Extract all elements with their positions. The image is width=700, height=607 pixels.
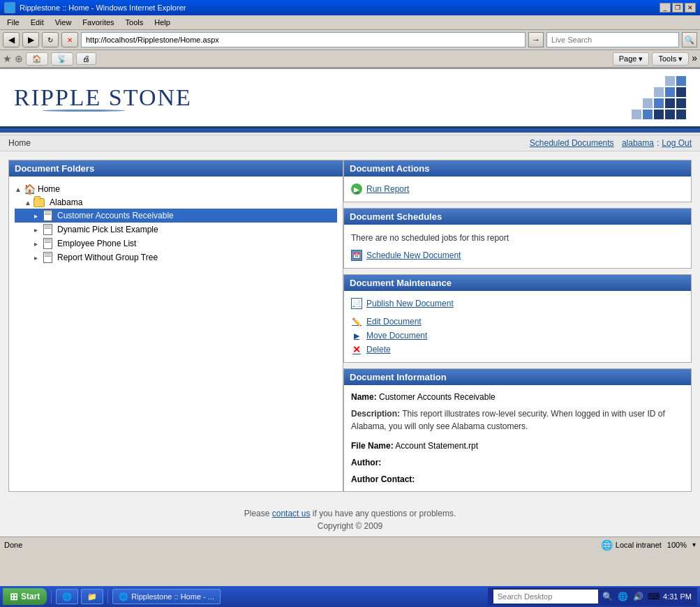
- document-actions-content: ▶ Run Report: [344, 177, 691, 202]
- document-folders-header: Document Folders: [9, 160, 343, 177]
- favorites-star[interactable]: ★: [3, 53, 12, 64]
- print-button[interactable]: 🖨: [76, 52, 96, 65]
- info-author-contact-row: Author Contact:: [351, 473, 684, 486]
- tools-menu-button[interactable]: Tools ▾: [652, 52, 689, 66]
- rss-button[interactable]: 📡: [51, 52, 73, 66]
- logout-link[interactable]: Log Out: [662, 138, 692, 148]
- go-button[interactable]: →: [528, 32, 544, 47]
- status-zone: 🌐 Local intranet: [601, 539, 662, 550]
- info-name-row: Name: Customer Accounts Receivable: [351, 391, 684, 403]
- expand-home-icon: ▲: [15, 186, 22, 193]
- status-bar: Done 🌐 Local intranet 100% ▾: [0, 537, 700, 552]
- tree-item-customer-accounts[interactable]: ▸ Customer Accounts Receivable: [15, 209, 337, 223]
- expand-alabama-icon: ▲: [24, 199, 31, 207]
- info-name-label: Name:: [351, 392, 377, 402]
- document-schedules-content: There are no scheduled jobs for this rep…: [344, 225, 691, 268]
- document-schedules-header: Document Schedules: [344, 209, 691, 225]
- window-controls[interactable]: _ ❐ ✕: [660, 3, 696, 13]
- nav-bar: Home Scheduled Documents alabama : Log O…: [0, 135, 700, 151]
- expand-customer-icon: ▸: [34, 212, 41, 220]
- run-report-label: Run Report: [366, 184, 409, 194]
- tree-label-dynamic-pick: Dynamic Pick List Example: [57, 225, 158, 234]
- main-layout: Document Folders ▲ 🏠 Home ▲ Alabama: [0, 151, 700, 500]
- info-desc-label: Description:: [351, 409, 400, 419]
- tree-item-alabama[interactable]: ▲ Alabama: [15, 196, 337, 209]
- info-file-row: File Name: Account Statement.rpt: [351, 440, 684, 452]
- back-button[interactable]: ◀: [3, 32, 20, 47]
- status-right: 🌐 Local intranet 100% ▾: [601, 539, 696, 550]
- menu-tools[interactable]: Tools: [121, 17, 148, 28]
- edit-document-link[interactable]: ✏️ Edit Document: [351, 315, 684, 329]
- info-author-label: Author:: [351, 458, 381, 467]
- doc-icon-employee: [43, 238, 52, 249]
- zoom-level: 100%: [667, 541, 687, 549]
- schedule-new-link[interactable]: 📅 Schedule New Document: [351, 248, 684, 262]
- document-maintenance-box: Document Maintenance 📄 Publish New Docum…: [343, 274, 692, 363]
- run-report-link[interactable]: ▶ Run Report: [351, 182, 684, 196]
- close-button[interactable]: ✕: [685, 3, 696, 13]
- right-panel: Document Actions ▶ Run Report Document S…: [343, 160, 692, 492]
- home-button[interactable]: 🏠: [26, 52, 48, 66]
- address-input[interactable]: [81, 32, 526, 47]
- favorites-bar: ★ ⊕ 🏠 📡 🖨 Page ▾ Tools ▾ »: [0, 50, 700, 68]
- menu-help[interactable]: Help: [150, 17, 174, 28]
- publish-new-link[interactable]: 📄 Publish New Document: [351, 297, 684, 310]
- tree-item-home[interactable]: ▲ 🏠 Home: [15, 182, 337, 196]
- info-desc-row: Description: This report illustrates row…: [351, 406, 684, 434]
- tree-content: ▲ 🏠 Home ▲ Alabama ▸ Customer Acc: [9, 177, 343, 270]
- schedule-new-label: Schedule New Document: [366, 250, 461, 260]
- doc-icon-report: [43, 252, 52, 263]
- logo-text: RIPPLE STONE: [14, 84, 192, 111]
- window-title: Ripplestone :: Home - Windows Internet E…: [20, 3, 186, 12]
- menu-file[interactable]: File: [3, 17, 24, 28]
- document-schedules-box: Document Schedules There are no schedule…: [343, 208, 692, 269]
- expand-employee-icon: ▸: [34, 240, 41, 248]
- tree-label-home: Home: [38, 184, 60, 194]
- document-actions-header: Document Actions: [344, 160, 691, 177]
- expand-toolbar-button[interactable]: »: [692, 52, 697, 66]
- stop-button[interactable]: ✕: [61, 32, 78, 47]
- document-maintenance-content: 📄 Publish New Document ✏️ Edit Document …: [344, 291, 691, 362]
- info-author-contact-label: Author Contact:: [351, 474, 415, 484]
- zoom-dropdown[interactable]: ▾: [692, 541, 696, 548]
- publish-icon: 📄: [351, 298, 362, 309]
- favorites-add[interactable]: ⊕: [15, 53, 23, 64]
- info-file-value: Account Statement.rpt: [395, 441, 478, 451]
- move-icon: ▶: [351, 330, 362, 341]
- edit-icon: ✏️: [351, 316, 362, 327]
- edit-document-label: Edit Document: [366, 317, 422, 327]
- search-go-button[interactable]: 🔍: [682, 32, 697, 47]
- contact-us-link[interactable]: contact us: [272, 509, 311, 518]
- refresh-button[interactable]: ↻: [42, 32, 59, 47]
- minimize-button[interactable]: _: [660, 3, 671, 13]
- document-info-content: Name: Customer Accounts Receivable Descr…: [344, 385, 691, 491]
- no-scheduled-text: There are no scheduled jobs for this rep…: [351, 230, 684, 248]
- move-document-label: Move Document: [366, 331, 427, 340]
- scheduled-documents-link[interactable]: Scheduled Documents: [530, 138, 614, 148]
- delete-link[interactable]: ✕ Delete: [351, 343, 684, 357]
- tree-label-employee-phone: Employee Phone List: [57, 239, 136, 248]
- tree-item-employee-phone[interactable]: ▸ Employee Phone List: [15, 237, 337, 250]
- document-info-box: Document Information Name: Customer Acco…: [343, 368, 692, 492]
- menu-favorites[interactable]: Favorites: [78, 17, 118, 28]
- user-link[interactable]: alabama: [622, 138, 654, 148]
- browser-chrome: File Edit View Favorites Tools Help ◀ ▶ …: [0, 15, 700, 69]
- search-input[interactable]: [546, 32, 679, 47]
- move-document-link[interactable]: ▶ Move Document: [351, 329, 684, 343]
- restore-button[interactable]: ❐: [672, 3, 683, 13]
- menu-edit[interactable]: Edit: [27, 17, 48, 28]
- info-name-value: Customer Accounts Receivable: [379, 392, 496, 402]
- title-bar: 🌐 Ripplestone :: Home - Windows Internet…: [0, 0, 700, 15]
- footer-before: Please: [244, 509, 270, 518]
- forward-button[interactable]: ▶: [22, 32, 39, 47]
- left-panel: Document Folders ▲ 🏠 Home ▲ Alabama: [8, 160, 343, 492]
- publish-new-label: Publish New Document: [366, 299, 454, 308]
- calendar-icon: 📅: [351, 250, 362, 261]
- page-menu-button[interactable]: Page ▾: [613, 52, 650, 66]
- tree-item-dynamic-pick[interactable]: ▸ Dynamic Pick List Example: [15, 223, 337, 237]
- address-bar: ◀ ▶ ↻ ✕ → 🔍: [0, 30, 700, 50]
- menu-view[interactable]: View: [51, 17, 76, 28]
- tree-item-report-no-group[interactable]: ▸ Report Without Group Tree: [15, 250, 337, 264]
- expand-report-icon: ▸: [34, 254, 41, 262]
- delete-icon: ✕: [351, 344, 362, 355]
